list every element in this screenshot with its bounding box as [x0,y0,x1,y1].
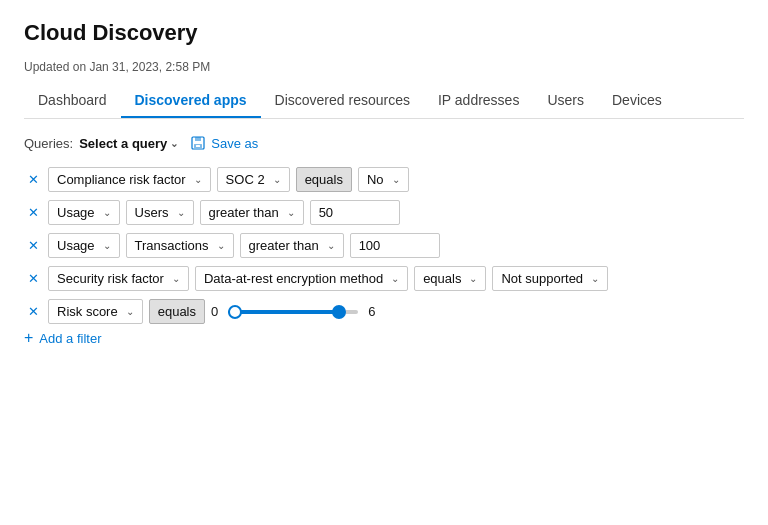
filter-row-3: ✕ Usage ⌄ Transactions ⌄ greater than ⌄ [24,233,744,258]
tabs-bar: Dashboard Discovered apps Discovered res… [24,84,744,119]
filter-1-subfield-dropdown[interactable]: SOC 2 ⌄ [217,167,290,192]
filter-5-slider[interactable] [228,302,358,322]
tab-users[interactable]: Users [533,84,598,118]
add-filter-label: Add a filter [39,331,101,346]
queries-bar: Queries: Select a query ⌄ Save as [24,133,744,153]
filter-4-subfield-dropdown[interactable]: Data-at-rest encryption method ⌄ [195,266,408,291]
tab-ip-addresses[interactable]: IP addresses [424,84,533,118]
page-title: Cloud Discovery [24,20,744,46]
remove-filter-5-button[interactable]: ✕ [24,303,42,321]
chevron-down-icon: ⌄ [177,207,185,218]
slider-fill [228,310,339,314]
slider-thumb-left[interactable] [228,305,242,319]
filter-2-field-label: Usage [57,205,95,220]
filter-5-slider-min: 0 [211,304,218,319]
chevron-down-icon: ⌄ [194,174,202,185]
chevron-down-icon: ⌄ [391,273,399,284]
filter-4-value-dropdown[interactable]: Not supported ⌄ [492,266,608,291]
filter-3-field-dropdown[interactable]: Usage ⌄ [48,233,120,258]
filter-2-subfield-label: Users [135,205,169,220]
updated-text: Updated on Jan 31, 2023, 2:58 PM [24,60,744,74]
filter-3-operator-label: greater than [249,238,319,253]
filter-3-subfield-dropdown[interactable]: Transactions ⌄ [126,233,234,258]
filter-1-field-label: Compliance risk factor [57,172,186,187]
remove-filter-3-button[interactable]: ✕ [24,237,42,255]
filter-3-subfield-label: Transactions [135,238,209,253]
filter-4-field-dropdown[interactable]: Security risk factor ⌄ [48,266,189,291]
remove-filter-4-button[interactable]: ✕ [24,270,42,288]
chevron-down-icon: ⌄ [103,240,111,251]
chevron-down-icon: ⌄ [217,240,225,251]
filter-3-value-input[interactable] [350,233,440,258]
chevron-down-icon: ⌄ [103,207,111,218]
filter-2-operator-dropdown[interactable]: greater than ⌄ [200,200,304,225]
filters-section: ✕ Compliance risk factor ⌄ SOC 2 ⌄ equal… [24,167,744,324]
save-as-button[interactable]: Save as [184,133,264,153]
chevron-down-icon: ⌄ [273,174,281,185]
chevron-down-icon: ⌄ [392,174,400,185]
chevron-down-icon: ⌄ [170,138,178,149]
filter-4-field-label: Security risk factor [57,271,164,286]
save-as-label: Save as [211,136,258,151]
filter-4-operator-label: equals [423,271,461,286]
filter-1-field-dropdown[interactable]: Compliance risk factor ⌄ [48,167,211,192]
filter-5-operator-label: equals [158,304,196,319]
filter-1-operator-label: equals [305,172,343,187]
filter-3-operator-dropdown[interactable]: greater than ⌄ [240,233,344,258]
filter-5-slider-max: 6 [368,304,375,319]
filter-row-5: ✕ Risk score ⌄ equals 0 6 [24,299,744,324]
filter-2-field-dropdown[interactable]: Usage ⌄ [48,200,120,225]
queries-select[interactable]: Select a query ⌄ [79,136,178,151]
chevron-down-icon: ⌄ [287,207,295,218]
chevron-down-icon: ⌄ [591,273,599,284]
filter-2-value-input[interactable] [310,200,400,225]
filter-4-value-label: Not supported [501,271,583,286]
tab-devices[interactable]: Devices [598,84,676,118]
chevron-down-icon: ⌄ [126,306,134,317]
slider-thumb-right[interactable] [332,305,346,319]
filter-5-field-dropdown[interactable]: Risk score ⌄ [48,299,143,324]
filter-row-2: ✕ Usage ⌄ Users ⌄ greater than ⌄ [24,200,744,225]
save-icon [190,135,206,151]
filter-2-operator-label: greater than [209,205,279,220]
tab-discovered-apps[interactable]: Discovered apps [121,84,261,118]
filter-1-value-label: No [367,172,384,187]
filter-1-value-dropdown[interactable]: No ⌄ [358,167,409,192]
chevron-down-icon: ⌄ [469,273,477,284]
filter-row-4: ✕ Security risk factor ⌄ Data-at-rest en… [24,266,744,291]
queries-select-label: Select a query [79,136,167,151]
filter-5-operator-dropdown[interactable]: equals [149,299,205,324]
filter-2-subfield-dropdown[interactable]: Users ⌄ [126,200,194,225]
svg-rect-1 [195,137,201,141]
filter-5-slider-container: 0 6 [211,302,375,322]
chevron-down-icon: ⌄ [172,273,180,284]
filter-3-field-label: Usage [57,238,95,253]
add-filter-button[interactable]: + Add a filter [24,330,744,346]
filter-4-subfield-label: Data-at-rest encryption method [204,271,383,286]
filter-4-operator-dropdown[interactable]: equals ⌄ [414,266,486,291]
remove-filter-1-button[interactable]: ✕ [24,171,42,189]
filter-row-1: ✕ Compliance risk factor ⌄ SOC 2 ⌄ equal… [24,167,744,192]
tab-discovered-resources[interactable]: Discovered resources [261,84,424,118]
filter-1-operator-dropdown[interactable]: equals [296,167,352,192]
tab-dashboard[interactable]: Dashboard [24,84,121,118]
plus-icon: + [24,330,33,346]
filter-1-subfield-label: SOC 2 [226,172,265,187]
chevron-down-icon: ⌄ [327,240,335,251]
remove-filter-2-button[interactable]: ✕ [24,204,42,222]
filter-5-field-label: Risk score [57,304,118,319]
svg-rect-3 [196,145,200,147]
queries-label: Queries: [24,136,73,151]
